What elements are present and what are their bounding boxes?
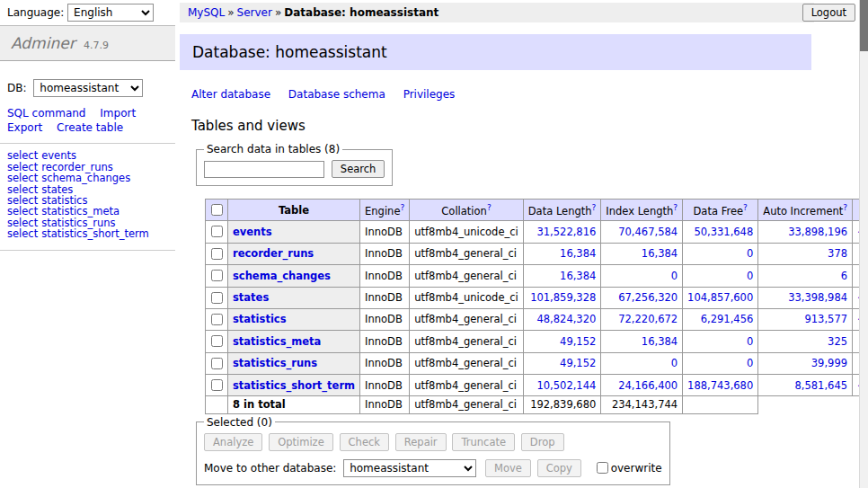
row-checkbox[interactable] [211, 379, 223, 391]
table-header-row: Table Engine? Collation? Data Length? In… [206, 200, 868, 221]
auto-increment-link[interactable]: 8,581,645 [795, 379, 848, 392]
help-icon[interactable]: ? [487, 203, 492, 212]
data-free-link[interactable]: 0 [747, 270, 753, 282]
auto-increment-link[interactable]: 913,577 [804, 313, 847, 325]
data-free-link[interactable]: 0 [747, 247, 753, 260]
select-link[interactable]: select [7, 227, 38, 240]
index-length-link[interactable]: 0 [671, 357, 678, 369]
index-length-link[interactable]: 24,166,400 [618, 379, 678, 392]
breadcrumb: MySQL»Server»Database: homeassistant [180, 3, 814, 22]
data-free-link[interactable]: 104,857,600 [687, 291, 753, 304]
help-icon[interactable]: ? [592, 203, 597, 212]
table-name-link[interactable]: states [233, 291, 269, 304]
data-free-link[interactable]: 0 [747, 357, 753, 369]
table-name-link[interactable]: statistics_meta [233, 335, 321, 348]
index-length-link[interactable]: 16,384 [642, 335, 678, 348]
data-length-link[interactable]: 48,824,320 [536, 313, 596, 325]
index-length-link[interactable]: 67,256,320 [618, 291, 678, 304]
table-name-link[interactable]: statistics_runs [233, 357, 317, 369]
data-length-link[interactable]: 16,384 [560, 247, 596, 260]
breadcrumb-separator: » [227, 6, 234, 19]
table-name-link[interactable]: statistics [233, 313, 287, 325]
data-length-link[interactable]: 16,384 [560, 270, 596, 282]
data-free-link[interactable]: 0 [747, 335, 753, 348]
overwrite-checkbox[interactable] [597, 462, 608, 474]
row-checkbox[interactable] [211, 335, 223, 347]
select-all-checkbox[interactable] [211, 204, 223, 216]
help-icon[interactable]: ? [843, 203, 847, 212]
help-icon[interactable]: ? [673, 203, 678, 212]
auto-increment-link[interactable]: 6 [841, 270, 847, 282]
logout-button[interactable]: Logout [802, 4, 855, 22]
table-name-link[interactable]: recorder_runs [233, 247, 314, 260]
collation-cell: utf8mb4_unicode_ci [410, 287, 524, 308]
table-name-link[interactable]: statistics_short_term [233, 379, 355, 392]
language-select[interactable]: English [67, 4, 154, 22]
move-to-database-label: Move to other database: [204, 462, 336, 475]
move-database-select[interactable]: homeassistant [343, 459, 476, 477]
sidebar-link-export[interactable]: Export [7, 121, 42, 134]
engine-cell: InnoDB [360, 352, 410, 374]
index-length-link[interactable]: 0 [671, 270, 678, 282]
data-length-link[interactable]: 10,502,144 [536, 379, 596, 392]
data-length-link[interactable]: 101,859,328 [530, 291, 596, 304]
breadcrumb-link-server[interactable]: Server [237, 6, 272, 19]
db-label: DB: [7, 82, 27, 94]
total-engine: InnoDB [360, 396, 410, 413]
auto-increment-link[interactable]: 378 [828, 247, 847, 260]
data-length-link[interactable]: 31,522,816 [536, 226, 596, 238]
collation-cell: utf8mb4_general_ci [410, 375, 524, 396]
auto-increment-link[interactable]: 33,398,984 [788, 291, 847, 304]
total-label: 8 in total [228, 396, 360, 413]
collation-cell: utf8mb4_general_ci [410, 308, 524, 330]
vertical-scrollbar[interactable] [859, 0, 868, 488]
data-free-link[interactable]: 188,743,680 [687, 379, 753, 392]
index-length-link[interactable]: 16,384 [642, 247, 678, 260]
db-select[interactable]: homeassistant [33, 79, 143, 97]
table-link-statistics-short-term[interactable]: statistics_short_term [41, 227, 149, 240]
data-length-link[interactable]: 49,152 [560, 335, 596, 348]
scrollbar-thumb[interactable] [860, 0, 868, 51]
index-length-link[interactable]: 70,467,584 [618, 226, 678, 238]
overwrite-option[interactable]: overwrite [593, 462, 662, 475]
app-name[interactable]: Adminer [11, 34, 75, 52]
db-selector-row: DB: homeassistant [7, 79, 168, 97]
data-free-link[interactable]: 50,331,648 [694, 226, 753, 238]
sidebar-link-import[interactable]: Import [100, 107, 136, 120]
engine-cell: InnoDB [360, 221, 410, 243]
row-checkbox[interactable] [211, 358, 223, 369]
breadcrumb-link-mysql[interactable]: MySQL [188, 6, 225, 19]
auto-increment-link[interactable]: 33,898,196 [788, 226, 847, 238]
row-checkbox[interactable] [211, 292, 223, 304]
drop-button: Drop [521, 433, 564, 451]
alter-database-link[interactable]: Alter database [191, 88, 270, 101]
search-input[interactable] [204, 161, 324, 178]
auto-increment-link[interactable]: 39,999 [811, 357, 847, 369]
row-checkbox[interactable] [211, 248, 223, 260]
table-name-link[interactable]: events [233, 226, 272, 238]
privileges-link[interactable]: Privileges [403, 88, 456, 101]
data-length-link[interactable]: 49,152 [560, 357, 596, 369]
database-schema-link[interactable]: Database schema [288, 88, 385, 101]
truncate-button: Truncate [452, 433, 515, 451]
sidebar-link-create-table[interactable]: Create table [57, 121, 123, 134]
sidebar-link-sql-command[interactable]: SQL command [7, 107, 85, 120]
table-name-link[interactable]: schema_changes [233, 270, 331, 282]
row-checkbox[interactable] [211, 226, 223, 237]
language-bar: Language: English [0, 0, 161, 25]
table-row: statistics InnoDB utf8mb4_general_ci 48,… [206, 308, 868, 330]
engine-cell: InnoDB [360, 308, 410, 330]
row-checkbox[interactable] [211, 314, 223, 325]
search-button[interactable]: Search [332, 160, 385, 178]
copy-button: Copy [537, 459, 581, 477]
auto-increment-link[interactable]: 325 [828, 335, 847, 348]
help-icon[interactable]: ? [743, 203, 748, 212]
index-length-link[interactable]: 72,220,672 [618, 313, 678, 325]
collation-cell: utf8mb4_unicode_ci [410, 221, 524, 243]
data-free-link[interactable]: 6,291,456 [701, 313, 754, 325]
column-header-collation: Collation [441, 204, 487, 217]
row-checkbox[interactable] [211, 270, 223, 281]
table-row: recorder_runs InnoDB utf8mb4_general_ci … [206, 243, 868, 264]
help-icon[interactable]: ? [400, 203, 404, 212]
engine-cell: InnoDB [360, 287, 410, 308]
